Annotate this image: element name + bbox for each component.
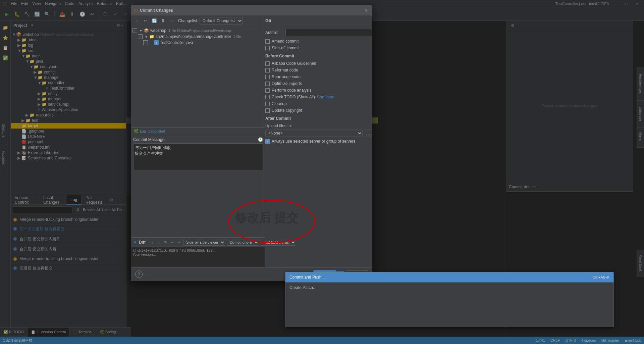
src-path: src\main\java\com\yuan\manage\controller — [156, 34, 231, 39]
commit-and-push-item[interactable]: Commit and Push... Ctrl+Alt+K — [285, 272, 613, 282]
git-header: Git — [265, 15, 372, 26]
upload-select[interactable]: <None> — [265, 130, 363, 137]
always-use-checkbox[interactable]: ✓ — [265, 139, 270, 144]
commit-dialog: ⬡ Commit Changes × ↕ ↩ 🔄 ⇅ ↑↓ Changelist… — [131, 5, 372, 281]
always-use-row: ✓ Always use selected server or group of… — [265, 139, 372, 144]
copyright-checkbox[interactable] — [265, 108, 270, 113]
expand-arrow: ▼ — [139, 29, 143, 33]
check-reformat: Reformat code — [265, 68, 372, 72]
expand-all-button[interactable]: ↕ — [133, 17, 141, 24]
file-checkbox[interactable] — [143, 40, 148, 45]
src-count: 1 file — [233, 35, 241, 39]
author-input[interactable] — [285, 29, 372, 36]
check-todo: Check TODO (Show All) Configure — [265, 95, 372, 99]
undo-button[interactable]: ↩ — [142, 17, 149, 24]
diff-left-arrow[interactable]: ← — [170, 240, 175, 245]
commit-push-label: Commit and Push... — [289, 275, 325, 280]
branch-icon: 🌿 — [134, 129, 139, 133]
create-patch-label: Create Patch... — [289, 285, 316, 290]
diff-header: ▼ Diff ↑ ↓ ✎ ← → Side-by-side viewer Do … — [131, 238, 265, 247]
create-patch-item[interactable]: Create Patch... — [285, 283, 613, 293]
sort-button[interactable]: ↑↓ — [168, 17, 175, 24]
alibaba-checkbox[interactable] — [265, 61, 270, 66]
folder-icon: 📁 — [149, 34, 154, 39]
commit-push-shortcut: Ctrl+Alt+K — [593, 275, 609, 279]
check-rearrange: Rearrange code — [265, 75, 372, 79]
clock-icon: 🕐 — [258, 137, 263, 142]
codeanalysis-checkbox[interactable] — [265, 88, 270, 93]
refresh-button[interactable]: 🔄 — [151, 17, 158, 24]
rearrange-checkbox[interactable] — [265, 75, 270, 79]
commit-message-textarea[interactable]: 与另一用户同时修改 提交会产生冲突 — [133, 143, 263, 170]
src-checkbox[interactable] — [138, 34, 143, 39]
diff-up-arrow[interactable]: ↑ — [150, 240, 155, 245]
webshop-path: 1 file D:\IdeaProjects\works5\webshop — [168, 29, 231, 33]
signoff-row: Sign-off commit — [265, 46, 372, 50]
webshop-checkbox[interactable] — [132, 28, 137, 33]
diff-area: ▼ Diff ↑ ↓ ✎ ← → Side-by-side viewer Do … — [131, 237, 265, 267]
diff-edit-icon[interactable]: ✎ — [163, 240, 168, 245]
check-codeanalysis: Perform code analysis — [265, 88, 372, 93]
reformat-label: Reformat code — [272, 68, 298, 72]
changelist-bar: ↕ ↩ 🔄 ⇅ ↑↓ Changelist: Default Changelis… — [131, 15, 265, 26]
diff-collapse-icon[interactable]: ▼ — [133, 240, 137, 244]
amend-label: Amend commit — [272, 39, 299, 44]
alibaba-label: Alibaba Code Guidelines — [272, 61, 316, 66]
project-icon: 📦 — [144, 28, 149, 33]
diff-title: Diff — [139, 240, 146, 245]
diff-down-arrow[interactable]: ↓ — [156, 240, 162, 245]
dialog-titlebar: ⬡ Commit Changes × — [131, 5, 372, 15]
diff-viewer-select[interactable]: Side-by-side viewer — [183, 239, 225, 246]
todo-checkbox[interactable] — [265, 95, 270, 99]
file-tree-webshop[interactable]: ▼ 📦 webshop 1 file D:\IdeaProjects\works… — [131, 28, 265, 34]
before-commit-title: Before Commit — [265, 54, 372, 58]
amend-commit-row: Amend commit — [265, 39, 372, 44]
file-tree: ▼ 📦 webshop 1 file D:\IdeaProjects\works… — [131, 26, 265, 127]
commit-message-area: Commit Message 🕐 与另一用户同时修改 提交会产生冲突 — [131, 135, 265, 238]
upload-label: Upload files to: — [265, 124, 372, 128]
dialog-close-button[interactable]: × — [363, 7, 369, 13]
file-tree-testcontroller[interactable]: ▶ J TestController.java — [131, 40, 265, 46]
codeanalysis-label: Perform code analysis — [272, 88, 312, 93]
dialog-status-bar: 🌿 Log 1 modified — [131, 127, 265, 135]
modified-status: 1 modified — [148, 129, 165, 133]
msg-label: Commit Message 🕐 — [133, 137, 263, 142]
author-row: Author: — [265, 29, 372, 36]
branch-name: Log — [140, 129, 146, 133]
signoff-label: Sign-off commit — [272, 46, 300, 50]
configure-link[interactable]: Configure — [317, 95, 334, 99]
git-options-panel: Git Author: Amend commit Sign-off commit… — [265, 15, 372, 267]
commit-dropdown-menu: Commit and Push... Ctrl+Alt+K Create Pat… — [285, 272, 614, 327]
dialog-title: Commit Changes — [140, 8, 363, 13]
move-button[interactable]: ⇅ — [159, 17, 167, 24]
after-commit-title: After Commit — [265, 116, 372, 121]
help-button[interactable]: ? — [135, 271, 143, 278]
author-label: Author: — [265, 30, 285, 35]
optimize-label: Optimize imports — [272, 81, 302, 86]
signoff-checkbox[interactable] — [265, 46, 270, 50]
webshop-name: webshop — [150, 28, 166, 33]
amend-checkbox[interactable] — [265, 39, 270, 44]
cleanup-label: Cleanup — [272, 101, 287, 106]
check-alibaba: Alibaba Code Guidelines — [265, 61, 372, 66]
java-file-icon: J — [154, 40, 159, 45]
dialog-left-panel: ↕ ↩ 🔄 ⇅ ↑↓ Changelist: Default Changelis… — [131, 15, 265, 267]
diff-ignore-select[interactable]: Do not ignore — [227, 239, 259, 246]
cleanup-checkbox[interactable] — [265, 102, 270, 106]
check-copyright: Update copyright — [265, 108, 372, 113]
diff-your-version: Your version... — [132, 252, 264, 256]
todo-label: Check TODO (Show All) — [272, 95, 315, 99]
reformat-checkbox[interactable] — [265, 68, 270, 72]
check-optimize: Optimize imports — [265, 81, 372, 86]
changelist-label: Changelist: — [178, 18, 198, 23]
optimize-checkbox[interactable] — [265, 82, 270, 86]
file-tree-src[interactable]: ▼ 📁 src\main\java\com\yuan\manage\contro… — [131, 34, 265, 40]
diff-content: @ ch1+1+012d71c0c-929-9-49d-9066c89db-12… — [131, 247, 265, 267]
always-use-label: Always use selected server or group of s… — [272, 139, 355, 144]
upload-settings-button[interactable]: ... — [364, 130, 372, 137]
copyright-label: Update copyright — [272, 108, 302, 113]
dialog-body: ↕ ↩ 🔄 ⇅ ↑↓ Changelist: Default Changelis… — [131, 15, 372, 267]
check-cleanup: Cleanup — [265, 101, 372, 106]
changelist-select[interactable]: Default Changelist — [200, 17, 243, 24]
diff-right-arrow[interactable]: → — [176, 240, 182, 245]
